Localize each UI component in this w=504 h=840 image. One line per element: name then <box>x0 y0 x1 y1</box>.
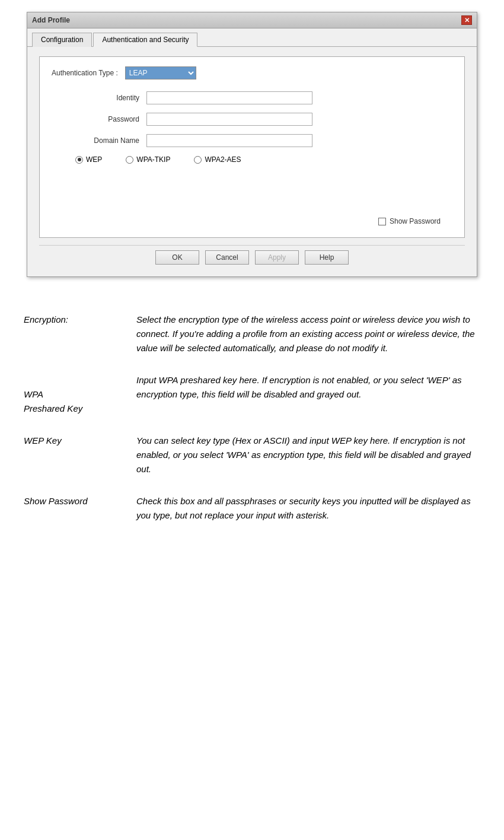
dialog-content: Authentication Type : LEAP Open WPA WPA2… <box>27 47 477 276</box>
radio-wpa2-aes[interactable]: WPA2-AES <box>194 155 241 164</box>
auth-type-label: Authentication Type : <box>52 69 118 77</box>
domain-name-input[interactable] <box>146 134 312 147</box>
auth-type-select-wrapper: LEAP Open WPA WPA2 <box>125 66 196 79</box>
radio-btn-wpa-tkip[interactable] <box>126 156 133 164</box>
tab-auth-security[interactable]: Authentication and Security <box>93 33 197 47</box>
show-password-row: Show Password <box>52 217 452 225</box>
dialog-buttons: OK Cancel Apply Help <box>39 245 465 271</box>
domain-name-label: Domain Name <box>52 136 146 145</box>
identity-row: Identity <box>52 91 452 104</box>
help-button[interactable]: Help <box>305 250 349 265</box>
close-button[interactable]: ✕ <box>461 15 472 25</box>
desc-def-wep-key: You can select key type (Hex or ASCII) a… <box>136 434 480 476</box>
desc-term-show-password: Show Password <box>24 494 136 523</box>
desc-row-encryption: Encryption: Select the encryption type o… <box>24 313 480 355</box>
show-password-checkbox[interactable] <box>378 218 386 225</box>
title-bar: Add Profile ✕ <box>27 12 477 28</box>
radio-btn-wep[interactable] <box>75 156 83 164</box>
dialog-wrapper: Add Profile ✕ Configuration Authenticati… <box>0 0 504 295</box>
add-profile-dialog: Add Profile ✕ Configuration Authenticati… <box>27 12 477 277</box>
desc-row-wep-key: WEP Key You can select key type (Hex or … <box>24 434 480 476</box>
inner-box: Authentication Type : LEAP Open WPA WPA2… <box>39 56 465 238</box>
password-label: Password <box>52 115 146 123</box>
auth-type-row: Authentication Type : LEAP Open WPA WPA2 <box>52 66 452 79</box>
radio-wpa-tkip-label: WPA-TKIP <box>136 155 170 164</box>
tabs-bar: Configuration Authentication and Securit… <box>27 28 477 47</box>
identity-label: Identity <box>52 94 146 102</box>
radio-wpa-tkip[interactable]: WPA-TKIP <box>126 155 170 164</box>
cancel-button[interactable]: Cancel <box>205 250 249 265</box>
desc-term-wpa-preshared: WPA Preshared Key <box>24 373 136 416</box>
radio-wep-label: WEP <box>86 155 102 164</box>
apply-button[interactable]: Apply <box>255 250 299 265</box>
auth-type-select[interactable]: LEAP Open WPA WPA2 <box>125 66 196 79</box>
radio-wep[interactable]: WEP <box>75 155 102 164</box>
desc-def-encryption: Select the encryption type of the wirele… <box>136 313 480 355</box>
show-password-label: Show Password <box>390 217 441 225</box>
ok-button[interactable]: OK <box>155 250 199 265</box>
password-row: Password <box>52 113 452 126</box>
radio-wpa2-aes-label: WPA2-AES <box>205 155 241 164</box>
desc-def-show-password: Check this box and all passphrases or se… <box>136 494 480 523</box>
dialog-title: Add Profile <box>32 16 70 24</box>
spacer <box>52 170 452 199</box>
tab-configuration[interactable]: Configuration <box>32 33 92 47</box>
desc-def-wpa-preshared: Input WPA preshared key here. If encrypt… <box>136 373 480 416</box>
desc-row-show-password: Show Password Check this box and all pas… <box>24 494 480 523</box>
desc-row-wpa-preshared: WPA Preshared Key Input WPA preshared ke… <box>24 373 480 416</box>
radio-btn-wpa2-aes[interactable] <box>194 156 202 164</box>
domain-name-row: Domain Name <box>52 134 452 147</box>
encryption-radio-group: WEP WPA-TKIP WPA2-AES <box>52 155 452 164</box>
desc-term-encryption: Encryption: <box>24 313 136 355</box>
password-input[interactable] <box>146 113 312 126</box>
desc-term-wep-key: WEP Key <box>24 434 136 476</box>
identity-input[interactable] <box>146 91 312 104</box>
description-section: Encryption: Select the encryption type o… <box>0 295 504 552</box>
